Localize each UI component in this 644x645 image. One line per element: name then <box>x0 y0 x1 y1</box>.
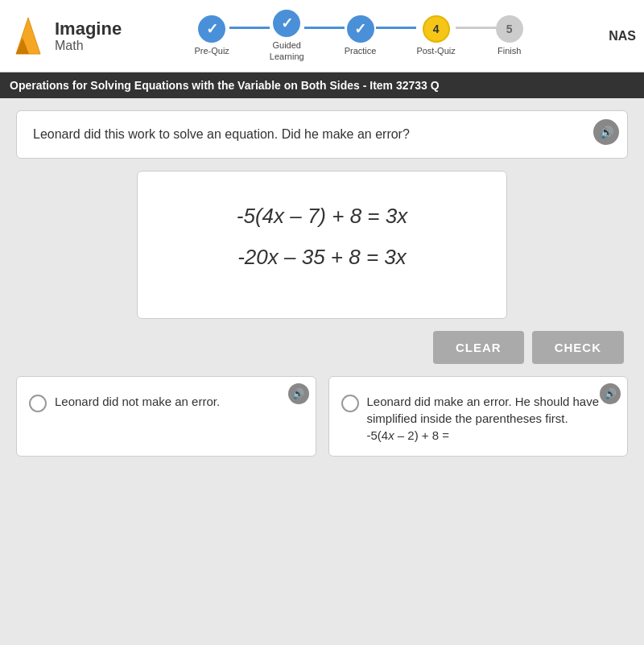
step-finish: 5 Finish <box>496 15 523 56</box>
logo-area: Imagine Math <box>8 14 122 58</box>
step-circle-guided: ✓ <box>273 10 300 37</box>
math-display-box: -5(4x – 7) + 8 = 3x -20x – 35 + 8 = 3x <box>137 171 507 319</box>
nas-area: NAS <box>596 29 636 43</box>
title-bar: Operations for Solving Equations with th… <box>0 72 644 98</box>
option-b-radio-area: Leonard did make an error. He should hav… <box>341 393 616 444</box>
title-text: Operations for Solving Equations with th… <box>10 79 440 92</box>
step-practice: ✓ Practice <box>345 15 377 56</box>
step-label-guided: GuidedLearning <box>270 40 304 61</box>
step-label-pre-quiz: Pre-Quiz <box>194 46 229 56</box>
option-a-radio[interactable] <box>29 395 47 412</box>
step-post-quiz: 4 Post-Quiz <box>416 15 455 56</box>
option-b-radio[interactable] <box>341 395 359 412</box>
clear-button[interactable]: CLEAR <box>433 331 524 364</box>
answer-option-b: 🔊 Leonard did make an error. He should h… <box>328 376 629 457</box>
nas-label: NAS <box>609 29 636 43</box>
option-a-radio-area: Leonard did not make an error. <box>29 393 303 412</box>
check-button[interactable]: CHECK <box>532 331 624 364</box>
step-circle-finish: 5 <box>496 15 523 43</box>
step-guided-learning: ✓ GuidedLearning <box>270 10 304 61</box>
logo-text: Imagine Math <box>55 19 122 53</box>
logo-icon <box>8 14 48 58</box>
step-label-practice: Practice <box>345 46 377 56</box>
option-a-speaker-button[interactable]: 🔊 <box>288 383 309 404</box>
logo-math-label: Math <box>55 39 122 53</box>
option-a-text: Leonard did not make an error. <box>55 393 220 410</box>
logo-imagine-label: Imagine <box>55 19 122 39</box>
header: Imagine Math ✓ Pre-Quiz ✓ GuidedLearning… <box>0 0 644 72</box>
connector-3 <box>376 27 416 29</box>
option-b-text: Leonard did make an error. He should hav… <box>367 393 616 444</box>
connector-4 <box>456 27 496 29</box>
math-line-2: -20x – 35 + 8 = 3x <box>154 245 490 270</box>
step-circle-practice: ✓ <box>347 15 374 43</box>
main-content: Leonard did this work to solve an equati… <box>0 98 644 469</box>
connector-2 <box>304 27 345 29</box>
action-buttons: CLEAR CHECK <box>16 331 628 364</box>
question-speaker-button[interactable]: 🔊 <box>593 119 619 145</box>
progress-bar: ✓ Pre-Quiz ✓ GuidedLearning ✓ Practice 4 <box>122 10 596 61</box>
question-box: Leonard did this work to solve an equati… <box>16 110 628 159</box>
step-circle-post-quiz: 4 <box>423 15 450 43</box>
connector-1 <box>229 27 270 29</box>
option-b-speaker-button[interactable]: 🔊 <box>600 383 621 404</box>
question-text: Leonard did this work to solve an equati… <box>33 127 410 141</box>
math-line-1: -5(4x – 7) + 8 = 3x <box>154 204 490 229</box>
step-label-finish: Finish <box>497 46 521 56</box>
step-pre-quiz: ✓ Pre-Quiz <box>194 15 229 56</box>
answer-option-a: 🔊 Leonard did not make an error. <box>16 376 316 457</box>
step-circle-pre-quiz: ✓ <box>198 15 225 43</box>
answer-options: 🔊 Leonard did not make an error. 🔊 Leona… <box>16 376 628 457</box>
step-label-post-quiz: Post-Quiz <box>416 46 455 56</box>
